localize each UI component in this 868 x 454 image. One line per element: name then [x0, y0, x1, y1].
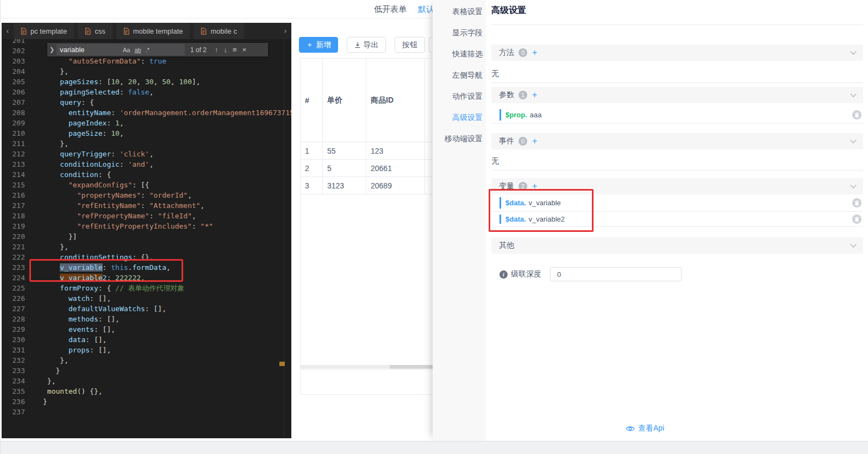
param-item[interactable]: $prop. aaa [491, 106, 863, 124]
line-number: 233 [2, 365, 25, 376]
export-button[interactable]: 导出 [347, 37, 386, 53]
add-param-icon[interactable]: + [532, 91, 537, 99]
count-badge: 1 [519, 91, 527, 99]
chevron-down-icon[interactable] [850, 182, 856, 188]
line-number: 224 [2, 273, 25, 283]
code-line: 226 watch: [], [2, 293, 291, 304]
drawer-menu-item-快速筛选[interactable]: 快速筛选 [433, 43, 486, 65]
tab-scroll-left-icon[interactable]: ‹ [2, 23, 14, 39]
code-line: 228 methods: [], [2, 314, 291, 324]
drawer-menu-item-左侧导航[interactable]: 左侧导航 [433, 65, 486, 86]
regex-icon[interactable]: .* [146, 47, 149, 53]
plain-button[interactable]: 按钮 [395, 37, 425, 53]
table-cell[interactable]: 5 [323, 160, 366, 177]
find-next-icon[interactable]: ↓ [224, 46, 228, 54]
line-number: 225 [2, 283, 25, 293]
table-cell[interactable]: 3 [301, 177, 323, 194]
line-number: 230 [2, 335, 25, 345]
match-case-icon[interactable]: Aa [123, 47, 130, 53]
code-line: 232 }, [2, 355, 291, 365]
code-line: 237 [2, 407, 291, 417]
overview-ruler-marker [279, 362, 285, 366]
drawer-menu-item-表格设置[interactable]: 表格设置 [433, 1, 486, 22]
code-line: 233 } [2, 365, 291, 376]
code-text: }, [43, 242, 68, 252]
drawer-menu-item-显示字段[interactable]: 显示字段 [433, 22, 486, 43]
section-other[interactable]: 其他 [491, 237, 863, 254]
table-cell[interactable]: 2 [301, 160, 323, 177]
find-close-icon[interactable]: × [242, 46, 247, 54]
tab-scroll-right-icon[interactable]: › [279, 23, 291, 39]
drawer-menu-item-移动端设置[interactable]: 移动端设置 [433, 128, 486, 149]
code-text: queryTrigger: 'click', [43, 149, 154, 159]
line-number: 207 [2, 97, 25, 108]
delete-icon[interactable] [852, 215, 861, 224]
code-text: query: { [43, 97, 94, 108]
info-icon: i [499, 270, 508, 279]
line-number: 221 [2, 242, 25, 252]
editor-tab[interactable]: mobile c [193, 23, 243, 39]
table-cell[interactable]: 3123 [323, 177, 366, 194]
code-area[interactable]: 201202203 "autoSetFormData": true204 },2… [2, 39, 291, 438]
line-number: 234 [2, 376, 25, 386]
section-methods[interactable]: 方法 0 + [491, 45, 863, 61]
add-button[interactable]: ＋ 新增 [299, 37, 338, 53]
line-number: 215 [2, 180, 25, 190]
column-header[interactable]: 单价 [323, 59, 366, 142]
delete-icon[interactable] [852, 110, 861, 119]
chevron-down-icon[interactable] [850, 91, 856, 97]
table-cell[interactable]: 1 [301, 142, 323, 160]
code-text: pagingSelected: false, [43, 87, 154, 97]
section-label: 参数 [499, 90, 514, 100]
line-number: 231 [2, 345, 25, 355]
table-cell[interactable]: 123 [366, 142, 425, 160]
code-line: 209 pageIndex: 1, [2, 118, 291, 128]
code-text: "autoSetFormData": true [43, 56, 166, 66]
panel-title: 高级设置 [491, 5, 526, 16]
section-events[interactable]: 事件 0 + [491, 133, 863, 149]
editor-overview-ruler[interactable] [284, 39, 284, 438]
drawer-menu-item-动作设置[interactable]: 动作设置 [433, 86, 486, 107]
code-line: 221 }, [2, 242, 291, 252]
find-toggle-replace-icon[interactable]: ❯ [47, 46, 57, 53]
find-in-selection-icon[interactable]: ≡ [233, 46, 237, 54]
drawer-menu-item-高级设置[interactable]: 高级设置 [433, 107, 486, 128]
code-line: 219 "refEntityPropertyIncludes": "*" [2, 221, 291, 231]
delete-icon[interactable] [852, 198, 861, 207]
table-cell[interactable]: 20661 [366, 160, 425, 177]
code-text: "refEntityPropertyIncludes": "*" [43, 221, 213, 231]
code-text: data: [], [43, 335, 107, 345]
view-api-link[interactable]: 查看Api [626, 424, 664, 433]
find-input[interactable] [57, 46, 121, 54]
line-number: 201 [2, 39, 25, 46]
editor-tab[interactable]: mobile template [116, 23, 190, 39]
table-cell[interactable]: 55 [323, 142, 366, 160]
whole-word-icon[interactable]: ab [134, 47, 141, 53]
count-badge: 0 [519, 137, 527, 146]
top-tab-form[interactable]: 低开表单 [374, 4, 407, 15]
section-label: 事件 [499, 136, 514, 146]
add-event-icon[interactable]: + [532, 137, 537, 146]
line-number: 223 [2, 262, 25, 273]
section-params[interactable]: 参数 1 + [491, 87, 863, 103]
view-api-label: 查看Api [638, 424, 664, 433]
column-header[interactable]: 商品ID [366, 59, 425, 142]
editor-tab[interactable]: css [78, 23, 113, 39]
chevron-down-icon[interactable] [850, 137, 856, 143]
code-text: pageSize: 10, [43, 128, 124, 138]
chevron-down-icon[interactable] [850, 241, 856, 247]
line-number: 232 [2, 355, 25, 365]
column-header[interactable]: # [301, 59, 323, 142]
editor-tab-label: pc template [30, 27, 67, 35]
chevron-down-icon[interactable] [850, 48, 856, 54]
line-number: 226 [2, 293, 25, 304]
line-number: 202 [2, 46, 25, 56]
add-method-icon[interactable]: + [532, 48, 537, 57]
cascade-depth-input[interactable] [550, 267, 682, 281]
divider [491, 24, 863, 25]
line-number: 209 [2, 118, 25, 128]
editor-tab[interactable]: pc template [14, 23, 74, 39]
top-tab-default[interactable]: 默认 [418, 4, 434, 15]
find-previous-icon[interactable]: ↑ [215, 46, 218, 54]
table-cell[interactable]: 20689 [366, 177, 425, 194]
